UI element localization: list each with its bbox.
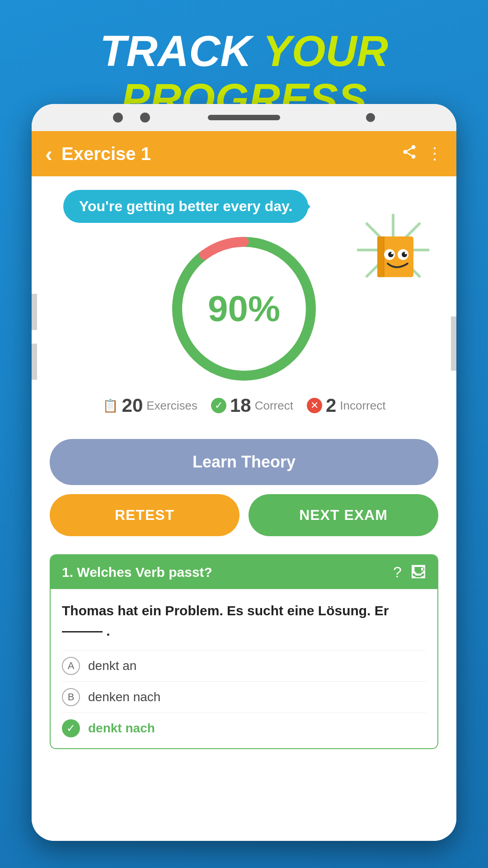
retest-button[interactable]: RETEST	[50, 494, 239, 536]
option-c-text: denkt nach	[88, 721, 155, 736]
option-c[interactable]: ✓ denkt nach	[62, 712, 426, 744]
app-header: ‹ Exercise 1 ⋮	[32, 131, 456, 176]
phone-top-bar	[32, 104, 456, 131]
correct-icon: ✓	[211, 398, 226, 413]
option-c-correct-icon: ✓	[62, 719, 80, 737]
stats-row: 📋 20 Exercises ✓ 18 Correct ✕ 2 Incorrec…	[103, 395, 386, 416]
option-a-circle: A	[62, 657, 80, 675]
power-button[interactable]	[451, 316, 456, 371]
camera-secondary-icon	[140, 113, 150, 123]
next-exam-button[interactable]: NEXT EXAM	[249, 494, 438, 536]
progress-percentage: 90%	[208, 288, 280, 330]
bookmark-icon[interactable]: ⛾	[411, 563, 426, 581]
book-mascot	[352, 209, 425, 282]
volume-up-button[interactable]	[32, 294, 37, 330]
svg-point-18	[405, 252, 407, 255]
exercises-label: Exercises	[146, 399, 197, 413]
incorrect-label: Incorrect	[340, 399, 385, 413]
back-button[interactable]: ‹	[45, 142, 52, 166]
option-b-circle: B	[62, 688, 80, 706]
question-header: 1. Welches Verb passt? ? ⛾	[51, 555, 437, 589]
camera-icon	[113, 113, 123, 123]
correct-label: Correct	[255, 399, 293, 413]
option-b[interactable]: B denken nach	[62, 681, 426, 712]
volume-down-button[interactable]	[32, 344, 37, 380]
incorrect-count: 2	[326, 395, 336, 416]
question-header-icons: ? ⛾	[393, 563, 426, 581]
sensor-icon	[366, 113, 375, 122]
correct-stat: ✓ 18 Correct	[211, 395, 293, 416]
action-buttons-row: RETEST NEXT EXAM	[50, 494, 438, 536]
circular-progress: 90%	[167, 232, 321, 386]
progress-section: You're getting better every day. 90%	[32, 176, 456, 439]
svg-point-17	[391, 252, 394, 255]
more-options-icon[interactable]: ⋮	[427, 144, 443, 163]
hint-icon[interactable]: ?	[393, 563, 402, 581]
track-text: TRACK	[100, 27, 263, 75]
question-number: 1. Welches Verb passt?	[62, 565, 212, 580]
question-body: Thomas hat ein Problem. Es sucht eine Lö…	[51, 589, 437, 748]
correct-count: 18	[230, 395, 251, 416]
incorrect-icon: ✕	[307, 398, 322, 413]
exercise-title: Exercise 1	[61, 144, 401, 164]
header-icons: ⋮	[401, 144, 443, 164]
exercises-icon: 📋	[103, 398, 118, 413]
learn-theory-button[interactable]: Learn Theory	[50, 439, 438, 485]
mascot-area: 90%	[50, 232, 438, 386]
speaker-icon	[208, 115, 280, 120]
motivation-bubble: You're getting better every day.	[63, 190, 308, 223]
svg-rect-11	[377, 236, 384, 277]
option-b-text: denken nach	[88, 690, 160, 704]
exercises-count: 20	[122, 395, 143, 416]
share-icon[interactable]	[401, 144, 418, 164]
question-section: 1. Welches Verb passt? ? ⛾ Thomas hat ei…	[50, 554, 438, 749]
exercises-stat: 📋 20 Exercises	[103, 395, 197, 416]
incorrect-stat: ✕ 2 Incorrect	[307, 395, 386, 416]
option-a[interactable]: A denkt an	[62, 650, 426, 681]
app-content: ‹ Exercise 1 ⋮ You're getting better eve…	[32, 131, 456, 841]
phone-mockup: ‹ Exercise 1 ⋮ You're getting better eve…	[32, 104, 456, 841]
question-text: Thomas hat ein Problem. Es sucht eine Lö…	[62, 600, 426, 641]
option-a-text: denkt an	[88, 659, 136, 673]
buttons-section: Learn Theory RETEST NEXT EXAM	[32, 439, 456, 545]
